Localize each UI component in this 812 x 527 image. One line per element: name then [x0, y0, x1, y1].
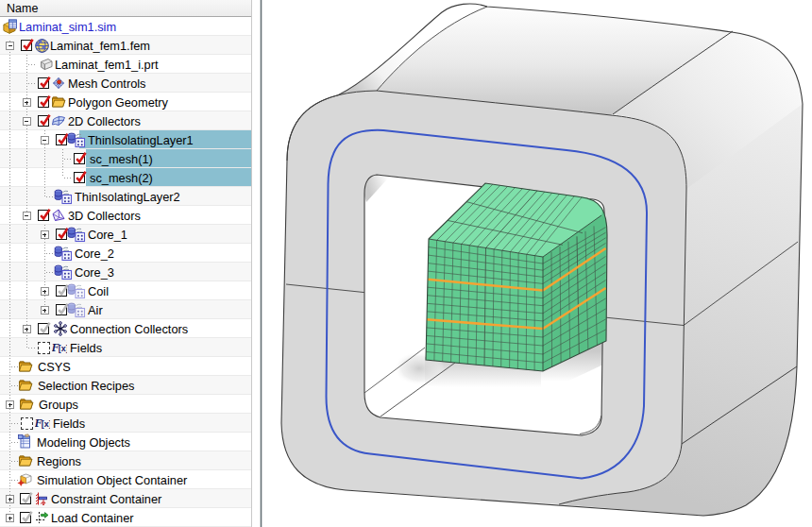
svg-text:[x]: [x] — [42, 419, 50, 429]
svg-text:[x]: [x] — [59, 344, 67, 353]
